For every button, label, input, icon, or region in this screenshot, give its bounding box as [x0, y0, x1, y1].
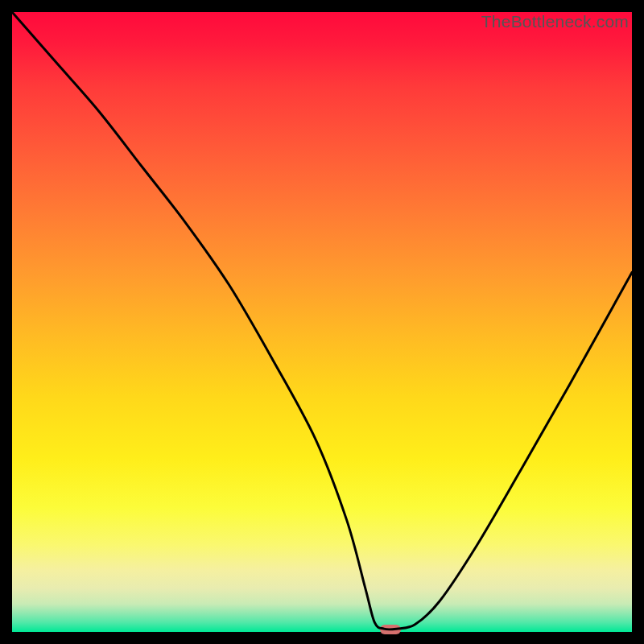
bottleneck-curve-path [12, 12, 632, 630]
curve-overlay [12, 12, 632, 632]
chart-container: TheBottleneck.com [0, 0, 644, 644]
watermark-text: TheBottleneck.com [481, 12, 629, 31]
plot-area: TheBottleneck.com [12, 12, 632, 632]
